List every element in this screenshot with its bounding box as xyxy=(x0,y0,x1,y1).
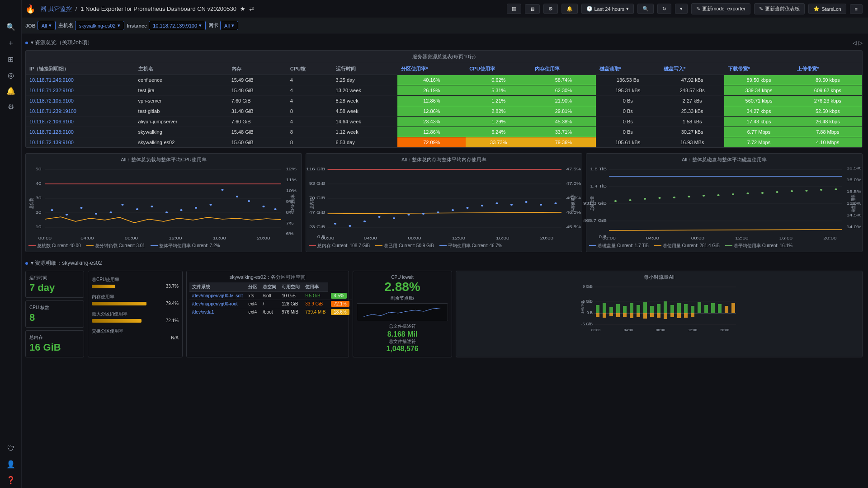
instance-label: Instance xyxy=(127,23,147,28)
svg-point-18 xyxy=(51,209,53,211)
resource-detail-header[interactable]: ▾ 资源明细：skywalking-es02 xyxy=(25,258,863,269)
row-ip[interactable]: 10.118.72.106:9100 xyxy=(26,117,135,127)
network-select[interactable]: All ▾ xyxy=(220,21,238,30)
row-ip[interactable]: 10.118.72.105:9100 xyxy=(26,96,135,106)
col-mem-usage[interactable]: 内存使用率 xyxy=(531,63,595,75)
svg-text:04:00: 04:00 xyxy=(364,236,377,240)
cpu-chart-title: All：整体总负载与整体平均CPU使用率 xyxy=(28,156,299,163)
hostname-select[interactable]: skywalking-es02 ▾ xyxy=(75,21,124,30)
svg-rect-135 xyxy=(596,305,599,313)
refresh-left-icon[interactable]: ◁ xyxy=(853,40,857,46)
col-dl-bw[interactable]: 下载带宽* xyxy=(724,63,793,75)
job-select[interactable]: All ▾ xyxy=(38,21,56,30)
disk-detail-table: 文件系统 分区 总空间 可用空间 使用率 /dev/mapper/vg00-lv… xyxy=(189,282,352,316)
share-icon[interactable]: ⇄ xyxy=(249,5,254,12)
col-disk-write[interactable]: 磁盘写入* xyxy=(660,63,724,75)
svg-text:08:00: 08:00 xyxy=(656,328,665,332)
table-row: 10.118.72.128:9100 skywalking 15.48 GiB … xyxy=(26,127,862,137)
svg-rect-158 xyxy=(609,313,613,316)
menu-icon-btn[interactable]: ≡ xyxy=(850,4,863,14)
star2-icon: ⭐ xyxy=(813,6,820,12)
row-memory: 15.48 GiB xyxy=(228,127,287,137)
svg-point-29 xyxy=(209,204,212,206)
row-ul-bw: 89.50 kbps xyxy=(793,75,862,85)
svg-rect-148 xyxy=(684,304,688,313)
time-picker[interactable]: 🕐 Last 24 hours ▾ xyxy=(581,4,634,14)
cpu-cores-box: CPU 核数 8 xyxy=(25,300,84,328)
sidebar-search-icon[interactable]: 🔍 xyxy=(6,23,15,31)
tv-icon-btn[interactable]: 🖥 xyxy=(525,4,540,14)
settings-icon-btn[interactable]: ⚙ xyxy=(543,4,558,14)
zoom-out-btn[interactable]: 🔍 xyxy=(637,4,654,14)
row-ip[interactable]: 10.118.72.128:9100 xyxy=(26,127,135,137)
disk-row-type: ext4 xyxy=(245,300,260,308)
svg-point-74 xyxy=(525,201,527,203)
clock-icon: 🕐 xyxy=(586,6,593,12)
row-ip[interactable]: 10.118.71.232:9100 xyxy=(26,85,135,96)
svg-line-60 xyxy=(328,212,561,214)
stars-btn[interactable]: ⭐ StarsLcn xyxy=(808,4,846,14)
swap-bar-container xyxy=(92,336,161,340)
breadcrumb-prefix[interactable]: 器 其它监控 xyxy=(41,5,72,13)
svg-point-110 xyxy=(732,193,734,195)
mem-bar-fill xyxy=(92,302,146,305)
row-hostname: test-jira xyxy=(135,85,228,96)
iowait-sub-label: 剩余节点数/ xyxy=(357,295,448,301)
legend-avg-disk: 总平均使用率 Current: 16.1% xyxy=(725,243,793,249)
row-hostname: confluence xyxy=(135,75,228,85)
row-mem-usage: 45.38% xyxy=(531,117,595,127)
svg-point-76 xyxy=(554,202,557,204)
disk-row-fs[interactable]: /dev/mapper/vg00-lv_soft xyxy=(189,292,245,300)
star-icon[interactable]: ★ xyxy=(240,5,245,12)
sidebar-add-icon[interactable]: ＋ xyxy=(7,38,14,48)
col-cpu-usage[interactable]: CPU使用率 xyxy=(466,63,531,75)
legend-total-mem: 总内存 Current: 108.7 GiB xyxy=(309,243,370,249)
svg-text:16:00: 16:00 xyxy=(496,236,509,240)
svg-point-114 xyxy=(791,190,793,192)
svg-text:总负载: 总负载 xyxy=(29,198,34,209)
svg-rect-138 xyxy=(616,304,620,313)
svg-point-116 xyxy=(820,189,822,191)
more-btn[interactable]: ▾ xyxy=(675,4,688,14)
sidebar-settings-icon[interactable]: ⚙ xyxy=(8,103,14,111)
disk-row-fs[interactable]: /dev/xvda1 xyxy=(189,308,245,316)
row-dl-bw: 17.43 kbps xyxy=(724,117,793,127)
svg-text:16:00: 16:00 xyxy=(779,236,793,240)
sidebar-alert-icon[interactable]: 🔔 xyxy=(6,87,15,95)
update-mode-btn[interactable]: ✎ 更新mode_exporter xyxy=(691,3,750,14)
instance-select[interactable]: 10.118.72.139:9100 ▾ xyxy=(149,21,206,30)
svg-rect-155 xyxy=(731,303,735,313)
row-ip[interactable]: 10.118.71.245:9100 xyxy=(26,75,135,85)
svg-text:14.0%: 14.0% xyxy=(846,225,861,229)
legend-load-label: 总分钟负载 Current: 3.01 xyxy=(95,243,145,249)
row-ip[interactable]: 10.118.71.239:19100 xyxy=(26,106,135,117)
resource-overview-header[interactable]: ▾ 资源总览（关联Job项） ◁ ▷ xyxy=(25,37,863,48)
col-disk-read[interactable]: 磁盘读取* xyxy=(596,63,660,75)
cpu-usage-bar: 总CPU使用率 33.7% xyxy=(92,275,179,292)
notification-icon-btn[interactable]: 🔔 xyxy=(561,4,578,14)
row-disk-read: 195.31 kBs xyxy=(596,85,660,96)
row-cpu-usage: 6.24% xyxy=(466,127,531,137)
sidebar-explore-icon[interactable]: ◎ xyxy=(8,71,14,80)
svg-point-21 xyxy=(95,213,97,215)
graph-icon-btn[interactable]: ▦ xyxy=(507,4,521,14)
row-ip[interactable]: 10.118.72.139:9100 xyxy=(26,137,135,148)
row-uptime: 1.12 week xyxy=(332,127,398,137)
row-cpu-usage: 2.82% xyxy=(466,106,531,117)
sidebar-dashboard-icon[interactable]: ⊞ xyxy=(8,55,14,64)
row-disk-write: 2.27 kBs xyxy=(660,96,724,106)
header: 🔥 器 其它监控 / 1 Node Exporter for Prometheu… xyxy=(0,0,868,18)
update-frontend-btn[interactable]: ✎ 更新当前仪表板 xyxy=(754,3,805,14)
row-cpu-usage: 1.21% xyxy=(466,96,531,106)
refresh-btn[interactable]: ↻ xyxy=(657,4,671,14)
col-partition[interactable]: 分区使用率* xyxy=(397,63,466,75)
legend-used-disk: 总使用量 Current: 281.4 GiB xyxy=(654,243,720,249)
refresh-right-icon[interactable]: ▷ xyxy=(859,40,863,46)
svg-point-31 xyxy=(236,196,238,197)
row-dl-bw: 6.77 Mbps xyxy=(724,127,793,137)
disk-row-fs[interactable]: /dev/mapper/vg00-root xyxy=(189,300,245,308)
row-cpu: 8 xyxy=(287,127,332,137)
col-ul-bw[interactable]: 上传带宽* xyxy=(793,63,862,75)
cpu-bar-container xyxy=(92,285,161,288)
iowait-label: CPU iowait xyxy=(357,275,448,280)
